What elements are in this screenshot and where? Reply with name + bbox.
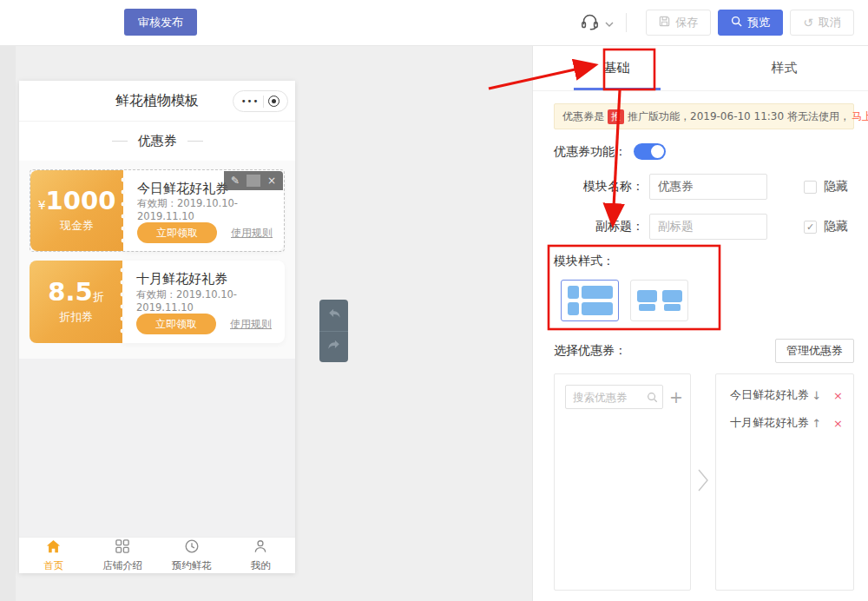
perforation (120, 264, 125, 340)
phone-header: 鲜花植物模板 ••• (19, 81, 295, 122)
selected-coupon-name: 今日鲜花好礼券 (730, 387, 812, 403)
module-name-input[interactable] (649, 174, 767, 200)
subtitle-input[interactable] (649, 214, 767, 240)
tab-style[interactable]: 样式 (700, 46, 868, 90)
coupon-section-header: 优惠券 (19, 122, 295, 161)
module-name-hide-option[interactable]: 隐藏 (804, 179, 848, 195)
coupon-module[interactable]: ✎ × ¥1000 现金券 今日鲜花好礼券 有效期：2019.10.10-201… (19, 161, 295, 359)
delete-icon[interactable]: × (260, 171, 283, 190)
undo-step-button[interactable] (319, 300, 348, 331)
subtitle-hide-option[interactable]: ✓ 隐藏 (804, 219, 848, 234)
toolbar-divider (626, 13, 627, 32)
upgrade-notice: 优惠券是 推 推广版功能，2019-06-10 11:30 将无法使用， 马上升… (554, 103, 854, 129)
feature-toggle-row: 优惠券功能： (554, 143, 854, 160)
card-toolbar: ✎ × (224, 171, 283, 190)
headset-icon (580, 12, 600, 34)
tab-basic[interactable]: 基础 (533, 46, 700, 90)
capsule-divider (263, 96, 264, 108)
tabbar-label: 我的 (251, 559, 271, 572)
clock-icon (184, 538, 200, 558)
save-icon (659, 16, 670, 30)
coupon-card-2[interactable]: 8.5折 折扣券 十月鲜花好礼券 有效期：2019.10.10-2019.11.… (30, 261, 285, 343)
checkbox-unchecked[interactable] (804, 181, 817, 194)
tabbar-item-shop-intro[interactable]: 店铺介绍 (89, 538, 158, 573)
coupon-picker-label: 选择优惠券： (554, 343, 627, 359)
undo-arrow-icon (326, 307, 342, 324)
style-option-grid-layout[interactable] (630, 280, 688, 321)
miniprogram-capsule[interactable]: ••• (233, 90, 288, 112)
coupon-card-1[interactable]: ✎ × ¥1000 现金券 今日鲜花好礼券 有效期：2019.10.10-201… (30, 169, 285, 252)
search-icon (731, 16, 742, 30)
tabbar-item-home[interactable]: 首页 (19, 538, 89, 573)
support-menu[interactable] (580, 12, 614, 34)
module-name-row: 模块名称： 隐藏 (554, 174, 854, 200)
history-control (319, 300, 348, 362)
coupon-amount: 1000 (46, 186, 116, 215)
coupon-info-block: 十月鲜花好礼券 有效期：2019.10.10-2019.11.10 立即领取 使… (122, 261, 285, 343)
preview-button[interactable]: 预览 (718, 10, 783, 36)
home-icon (45, 538, 62, 558)
perforation (121, 174, 126, 248)
phone-empty-area (19, 359, 295, 537)
more-icon: ••• (241, 97, 260, 106)
coupon-validity: 有效期：2019.10.10-2019.11.10 (137, 197, 275, 222)
coupon-feature-toggle[interactable] (634, 143, 666, 160)
upgrade-link[interactable]: 马上升级 (852, 109, 868, 124)
save-button[interactable]: 保存 (646, 10, 711, 36)
hide-label: 隐藏 (824, 219, 848, 234)
subtitle-label: 副标题： (554, 219, 644, 234)
checkbox-checked[interactable]: ✓ (804, 221, 817, 234)
grid-icon (115, 538, 130, 558)
remove-coupon-icon[interactable]: × (833, 389, 843, 402)
move-down-icon[interactable]: ↓ (812, 389, 821, 402)
top-toolbar: 审核发布 保存 (0, 0, 868, 46)
selected-coupon-name: 十月鲜花好礼券 (730, 415, 812, 431)
coupon-picker-header: 选择优惠券： 管理优惠券 (554, 339, 854, 363)
promo-badge: 推 (608, 109, 624, 124)
rules-link[interactable]: 使用规则 (231, 226, 273, 241)
claim-button[interactable]: 立即领取 (136, 314, 216, 334)
phone-tabbar: 首页 店铺介绍 预约鲜花 (19, 537, 295, 573)
module-style-label: 模块样式： (554, 254, 854, 269)
selected-coupon-row: 今日鲜花好礼券 ↓ × (730, 381, 843, 409)
coupon-validity: 有效期：2019.10.10-2019.11.10 (136, 288, 276, 314)
manage-coupons-button[interactable]: 管理优惠券 (775, 339, 854, 363)
close-target-icon (268, 96, 279, 107)
remove-coupon-icon[interactable]: × (833, 417, 843, 430)
left-edge-strip (0, 46, 16, 601)
cancel-button[interactable]: ↺ 取消 (790, 10, 854, 36)
chevron-right-icon (697, 467, 709, 497)
discount-unit: 折 (93, 290, 104, 303)
add-coupon-icon[interactable]: + (669, 389, 683, 406)
module-name-label: 模块名称： (554, 179, 644, 195)
currency-symbol: ¥ (38, 198, 46, 212)
subtitle-row: 副标题： ✓ 隐藏 (554, 214, 854, 240)
editor-panel: 基础 样式 优惠券是 推 推广版功能，2019-06-10 11:30 将无法使… (532, 46, 868, 601)
tabbar-item-mine[interactable]: 我的 (227, 538, 296, 573)
redo-step-button[interactable] (319, 332, 348, 363)
style-option-list-layout[interactable] (561, 280, 619, 321)
coupon-amount: 8.5 (48, 277, 92, 307)
move-up-icon[interactable]: ↑ (812, 417, 821, 430)
publish-button[interactable]: 审核发布 (124, 9, 197, 36)
notice-text: 推广版功能，2019-06-10 11:30 将无法使用， (628, 109, 850, 124)
phone-page-title: 鲜花植物模板 (115, 92, 199, 110)
right-dash (187, 141, 203, 142)
search-icon (647, 390, 658, 406)
coupon-value-block: ¥1000 现金券 (30, 170, 123, 251)
selected-coupon-row: 十月鲜花好礼券 ↑ × (730, 409, 843, 437)
selected-coupons-panel: 今日鲜花好礼券 ↓ × 十月鲜花好礼券 ↑ × (715, 373, 854, 591)
coupon-kind: 折扣券 (59, 309, 93, 325)
rules-link[interactable]: 使用规则 (230, 317, 272, 332)
workspace: 鲜花植物模板 ••• 优惠券 ✎ × ¥1000 现金 (0, 46, 868, 601)
tabbar-item-book-flowers[interactable]: 预约鲜花 (157, 538, 227, 573)
list-layout-thumbnail (568, 286, 613, 315)
left-dash (112, 141, 128, 142)
coupon-value-block: 8.5折 折扣券 (30, 261, 122, 343)
redo-arrow-icon (326, 338, 342, 355)
hide-label: 隐藏 (824, 179, 848, 195)
edit-icon[interactable]: ✎ (224, 171, 247, 190)
module-style-section: 模块样式： (554, 254, 854, 321)
claim-button[interactable]: 立即领取 (137, 222, 217, 243)
coupon-source-panel: + (554, 373, 691, 591)
